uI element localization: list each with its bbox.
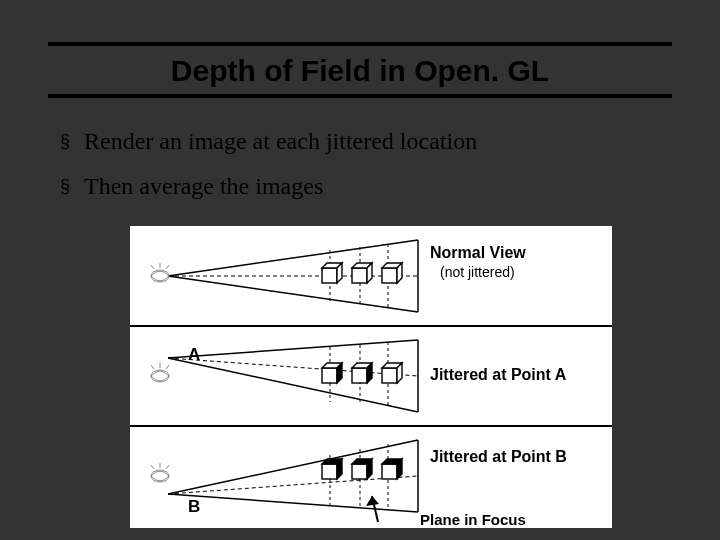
- svg-rect-59: [352, 464, 367, 479]
- label-plane-in-focus: Plane in Focus: [420, 511, 526, 528]
- svg-rect-20: [382, 268, 397, 283]
- label-jittered-b: Jittered at Point B: [430, 448, 567, 466]
- rule-under-title: [48, 94, 672, 98]
- svg-rect-35: [322, 368, 337, 383]
- bullet-item: Render an image at each jittered locatio…: [60, 128, 477, 155]
- svg-rect-38: [352, 368, 367, 383]
- svg-rect-17: [352, 268, 367, 283]
- svg-text:B: B: [188, 497, 200, 516]
- rule-top: [48, 42, 672, 46]
- svg-rect-41: [382, 368, 397, 383]
- svg-rect-14: [322, 268, 337, 283]
- svg-rect-62: [382, 464, 397, 479]
- label-jittered-a: Jittered at Point A: [430, 366, 566, 384]
- diagram: A: [130, 226, 612, 528]
- label-normal-view: Normal View: [430, 244, 526, 262]
- svg-rect-56: [322, 464, 337, 479]
- label-not-jittered: (not jittered): [440, 264, 515, 280]
- bullet-list: Render an image at each jittered locatio…: [60, 128, 477, 218]
- bullet-item: Then average the images: [60, 173, 477, 200]
- page-title: Depth of Field in Open. GL: [0, 54, 720, 88]
- svg-text:A: A: [188, 345, 200, 364]
